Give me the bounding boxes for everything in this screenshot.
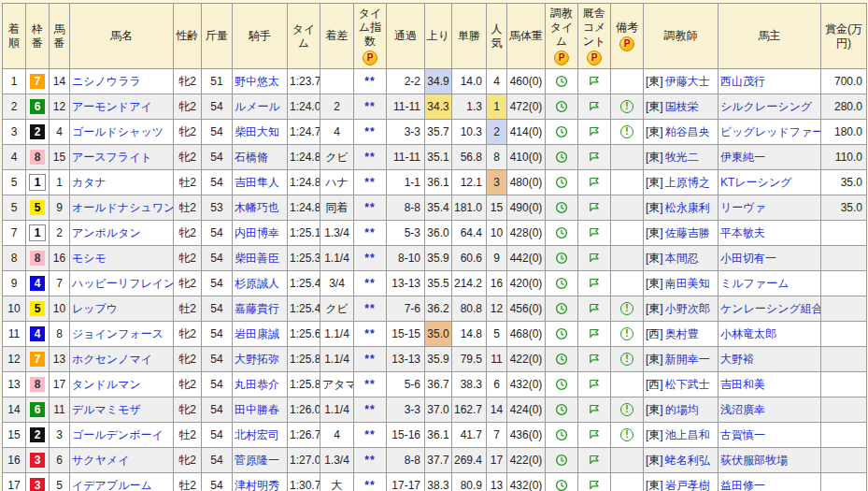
horse-name-link[interactable]: ハッピーリフレイン bbox=[72, 277, 174, 290]
horse-name-link[interactable]: レップウ bbox=[72, 302, 118, 315]
trainer-link[interactable]: 池上昌和 bbox=[665, 428, 710, 441]
horse-name-link[interactable]: アンポルタン bbox=[72, 226, 141, 239]
stable-comment-flag-icon[interactable] bbox=[588, 201, 601, 214]
jockey-link[interactable]: 野中悠太 bbox=[235, 75, 279, 88]
trainer-link[interactable]: 的場均 bbox=[665, 403, 699, 416]
training-time-clock-icon[interactable] bbox=[555, 176, 568, 189]
stable-comment-flag-icon[interactable] bbox=[588, 151, 601, 164]
owner-link[interactable]: ケンレーシング組合 bbox=[720, 302, 821, 315]
horse-name-link[interactable]: タンドルマン bbox=[72, 378, 141, 391]
trainer-link[interactable]: 佐藤吉勝 bbox=[665, 226, 710, 239]
remark-info-icon[interactable]: ! bbox=[620, 353, 633, 366]
stable-comment-flag-icon[interactable] bbox=[588, 100, 601, 113]
owner-link[interactable]: ビッグレッドファーム bbox=[720, 125, 821, 138]
trainer-link[interactable]: 本間忍 bbox=[665, 252, 699, 265]
owner-link[interactable]: 益田修一 bbox=[720, 479, 765, 491]
trainer-link[interactable]: 蛯名利弘 bbox=[665, 454, 710, 467]
jockey-link[interactable]: 内田博幸 bbox=[235, 226, 279, 239]
premium-p-icon[interactable]: P bbox=[619, 36, 634, 51]
trainer-link[interactable]: 新開幸一 bbox=[665, 353, 710, 366]
horse-name-link[interactable]: アーモンドアイ bbox=[72, 100, 152, 113]
horse-name-link[interactable]: カタナ bbox=[72, 176, 107, 189]
jockey-link[interactable]: 木幡巧也 bbox=[235, 201, 279, 214]
jockey-link[interactable]: 北村宏司 bbox=[235, 428, 279, 441]
horse-name-link[interactable]: デルマミモザ bbox=[72, 403, 141, 416]
trainer-link[interactable]: 松下武士 bbox=[665, 378, 710, 391]
training-time-clock-icon[interactable] bbox=[555, 226, 568, 239]
remark-info-icon[interactable]: ! bbox=[620, 100, 633, 113]
jockey-link[interactable]: 杉原誠人 bbox=[235, 277, 279, 290]
owner-link[interactable]: 伊東純一 bbox=[720, 151, 765, 164]
stable-comment-flag-icon[interactable] bbox=[588, 428, 601, 441]
jockey-link[interactable]: 丸田恭介 bbox=[235, 378, 279, 391]
owner-link[interactable]: KTレーシング bbox=[720, 176, 791, 189]
owner-link[interactable]: 吉田和美 bbox=[720, 378, 765, 391]
jockey-link[interactable]: 津村明秀 bbox=[235, 479, 279, 491]
horse-name-link[interactable]: ニシノウララ bbox=[72, 75, 141, 88]
trainer-link[interactable]: 牧光二 bbox=[665, 151, 699, 164]
training-time-clock-icon[interactable] bbox=[555, 125, 568, 138]
horse-name-link[interactable]: ホクセンノマイ bbox=[72, 353, 152, 366]
premium-p-icon[interactable]: P bbox=[554, 51, 569, 65]
trainer-link[interactable]: 粕谷昌央 bbox=[665, 125, 710, 138]
remark-info-icon[interactable]: ! bbox=[620, 428, 633, 441]
jockey-link[interactable]: 柴田善臣 bbox=[235, 252, 279, 265]
jockey-link[interactable]: 菅原隆一 bbox=[235, 454, 279, 467]
stable-comment-flag-icon[interactable] bbox=[588, 277, 601, 290]
stable-comment-flag-icon[interactable] bbox=[588, 302, 601, 315]
owner-link[interactable]: 大野裕 bbox=[720, 353, 754, 366]
jockey-link[interactable]: 大野拓弥 bbox=[235, 353, 279, 366]
training-time-clock-icon[interactable] bbox=[555, 327, 568, 340]
jockey-link[interactable]: 石橋脩 bbox=[235, 151, 268, 164]
training-time-clock-icon[interactable] bbox=[555, 252, 568, 265]
stable-comment-flag-icon[interactable] bbox=[588, 75, 601, 88]
horse-name-link[interactable]: モシモ bbox=[72, 252, 107, 265]
stable-comment-flag-icon[interactable] bbox=[588, 353, 601, 366]
owner-link[interactable]: リーヴァ bbox=[720, 201, 766, 214]
horse-name-link[interactable]: イデアブルーム bbox=[72, 479, 152, 491]
training-time-clock-icon[interactable] bbox=[555, 403, 568, 416]
owner-link[interactable]: 古賀慎一 bbox=[720, 428, 765, 441]
stable-comment-flag-icon[interactable] bbox=[588, 403, 601, 416]
training-time-clock-icon[interactable] bbox=[555, 201, 568, 214]
jockey-link[interactable]: 嘉藤貴行 bbox=[235, 302, 279, 315]
horse-name-link[interactable]: オールドナシュワン bbox=[72, 201, 174, 214]
remark-info-icon[interactable]: ! bbox=[620, 302, 633, 315]
trainer-link[interactable]: 国枝栄 bbox=[665, 100, 699, 113]
remark-info-icon[interactable]: ! bbox=[620, 327, 633, 340]
jockey-link[interactable]: 岩田康誠 bbox=[235, 327, 279, 340]
owner-link[interactable]: 小林竜太郎 bbox=[720, 327, 776, 340]
trainer-link[interactable]: 奥村豊 bbox=[665, 327, 699, 340]
owner-link[interactable]: 平本敏夫 bbox=[720, 226, 765, 239]
stable-comment-flag-icon[interactable] bbox=[588, 327, 601, 340]
stable-comment-flag-icon[interactable] bbox=[588, 176, 601, 189]
trainer-link[interactable]: 南田美知 bbox=[665, 277, 710, 290]
horse-name-link[interactable]: ジョインフォース bbox=[72, 327, 164, 340]
stable-comment-flag-icon[interactable] bbox=[588, 252, 601, 265]
jockey-link[interactable]: 柴田大知 bbox=[235, 125, 279, 138]
trainer-link[interactable]: 上原博之 bbox=[665, 176, 710, 189]
owner-link[interactable]: ミルファーム bbox=[720, 277, 789, 290]
training-time-clock-icon[interactable] bbox=[555, 75, 568, 88]
owner-link[interactable]: シルクレーシング bbox=[720, 100, 812, 113]
training-time-clock-icon[interactable] bbox=[555, 479, 568, 491]
horse-name-link[interactable]: サクヤメイ bbox=[72, 454, 129, 467]
training-time-clock-icon[interactable] bbox=[555, 100, 568, 113]
horse-name-link[interactable]: ゴールデンボーイ bbox=[72, 428, 164, 441]
trainer-link[interactable]: 松永康利 bbox=[665, 201, 710, 214]
training-time-clock-icon[interactable] bbox=[555, 454, 568, 467]
training-time-clock-icon[interactable] bbox=[555, 378, 568, 391]
stable-comment-flag-icon[interactable] bbox=[588, 125, 601, 138]
training-time-clock-icon[interactable] bbox=[555, 151, 568, 164]
horse-name-link[interactable]: ゴールドシャッツ bbox=[72, 125, 164, 138]
stable-comment-flag-icon[interactable] bbox=[588, 479, 601, 491]
owner-link[interactable]: 荻伏服部牧場 bbox=[720, 454, 788, 467]
remark-info-icon[interactable]: ! bbox=[620, 403, 633, 416]
premium-p-icon[interactable]: P bbox=[587, 51, 602, 65]
stable-comment-flag-icon[interactable] bbox=[588, 454, 601, 467]
remark-info-icon[interactable]: ! bbox=[620, 125, 633, 138]
trainer-link[interactable]: 小野次郎 bbox=[665, 302, 710, 315]
owner-link[interactable]: 小田切有一 bbox=[720, 252, 776, 265]
owner-link[interactable]: 浅沼廣幸 bbox=[720, 403, 765, 416]
jockey-link[interactable]: 田中勝春 bbox=[235, 403, 279, 416]
